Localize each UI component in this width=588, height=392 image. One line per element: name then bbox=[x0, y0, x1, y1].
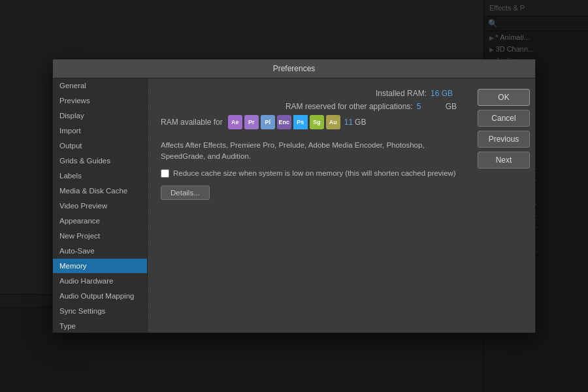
app-icon-sg: Sg bbox=[310, 115, 324, 129]
affects-text: Affects After Effects, Premiere Pro, Pre… bbox=[161, 140, 457, 163]
nav-item-memory[interactable]: Memory bbox=[53, 259, 147, 274]
nav-item-type[interactable]: Type bbox=[53, 319, 147, 333]
app-icon-ae: Ae bbox=[228, 115, 242, 129]
nav-item-audio-hardware[interactable]: Audio Hardware bbox=[53, 274, 147, 289]
available-ram-value: 11 bbox=[344, 118, 353, 127]
nav-list: GeneralPreviewsDisplayImportOutputGrids … bbox=[53, 78, 147, 333]
ok-button[interactable]: OK bbox=[478, 89, 530, 106]
nav-item-labels[interactable]: Labels bbox=[53, 169, 147, 184]
app-icon-au: Au bbox=[326, 115, 340, 129]
preferences-body: GeneralPreviewsDisplayImportOutputGrids … bbox=[53, 78, 535, 333]
modal-overlay: Preferences GeneralPreviewsDisplayImport… bbox=[0, 0, 588, 392]
nav-item-grids-&-guides[interactable]: Grids & Guides bbox=[53, 154, 147, 169]
reserved-ram-row: RAM reserved for other applications: 5 G… bbox=[161, 102, 457, 111]
installed-ram-value: 16 GB bbox=[431, 89, 457, 98]
app-icon-ps: Ps bbox=[293, 115, 308, 129]
next-button[interactable]: Next bbox=[478, 152, 530, 169]
nav-item-output[interactable]: Output bbox=[53, 139, 147, 154]
installed-ram-label: Installed RAM: bbox=[161, 89, 431, 98]
available-ram-label: RAM available for bbox=[161, 118, 223, 127]
nav-item-general[interactable]: General bbox=[53, 78, 147, 93]
ram-section: Installed RAM: 16 GB RAM reserved for ot… bbox=[161, 89, 457, 129]
reserved-ram-value: 5 bbox=[417, 102, 443, 111]
details-button[interactable]: Details... bbox=[161, 186, 210, 200]
reduce-cache-row[interactable]: Reduce cache size when system is low on … bbox=[161, 169, 457, 178]
nav-item-video-preview[interactable]: Video Preview bbox=[53, 199, 147, 214]
preferences-nav: GeneralPreviewsDisplayImportOutputGrids … bbox=[53, 78, 148, 333]
nav-item-media-&-disk-cache[interactable]: Media & Disk Cache bbox=[53, 184, 147, 199]
preferences-titlebar: Preferences bbox=[53, 59, 535, 78]
available-ram-row: RAM available for AePrPlEncPsSgAu 11 GB bbox=[161, 115, 457, 129]
installed-ram-row: Installed RAM: 16 GB bbox=[161, 89, 457, 98]
nav-item-import[interactable]: Import bbox=[53, 123, 147, 139]
nav-item-display[interactable]: Display bbox=[53, 108, 147, 123]
reduce-cache-checkbox[interactable] bbox=[161, 169, 169, 178]
nav-item-sync-settings[interactable]: Sync Settings bbox=[53, 304, 147, 319]
app-icon-pr: Pr bbox=[244, 115, 259, 129]
reserved-ram-label: RAM reserved for other applications: bbox=[161, 102, 417, 111]
app-icons-container: AePrPlEncPsSgAu bbox=[228, 115, 340, 129]
app-icon-enc: Enc bbox=[277, 115, 291, 129]
available-ram-unit: GB bbox=[355, 118, 366, 127]
app-icon-pl: Pl bbox=[261, 115, 275, 129]
nav-item-auto-save[interactable]: Auto-Save bbox=[53, 244, 147, 259]
nav-item-previews[interactable]: Previews bbox=[53, 93, 147, 108]
cancel-button[interactable]: Cancel bbox=[478, 110, 530, 127]
preferences-dialog: Preferences GeneralPreviewsDisplayImport… bbox=[52, 59, 536, 333]
nav-item-appearance[interactable]: Appearance bbox=[53, 214, 147, 229]
reserved-ram-unit: GB bbox=[446, 102, 457, 111]
previous-button[interactable]: Previous bbox=[478, 131, 530, 148]
preferences-actions: OK Cancel Previous Next bbox=[470, 78, 535, 333]
nav-item-new-project[interactable]: New Project bbox=[53, 229, 147, 244]
reduce-cache-label: Reduce cache size when system is low on … bbox=[173, 169, 456, 177]
nav-item-audio-output-mapping[interactable]: Audio Output Mapping bbox=[53, 289, 147, 304]
preferences-content: Installed RAM: 16 GB RAM reserved for ot… bbox=[148, 78, 470, 333]
